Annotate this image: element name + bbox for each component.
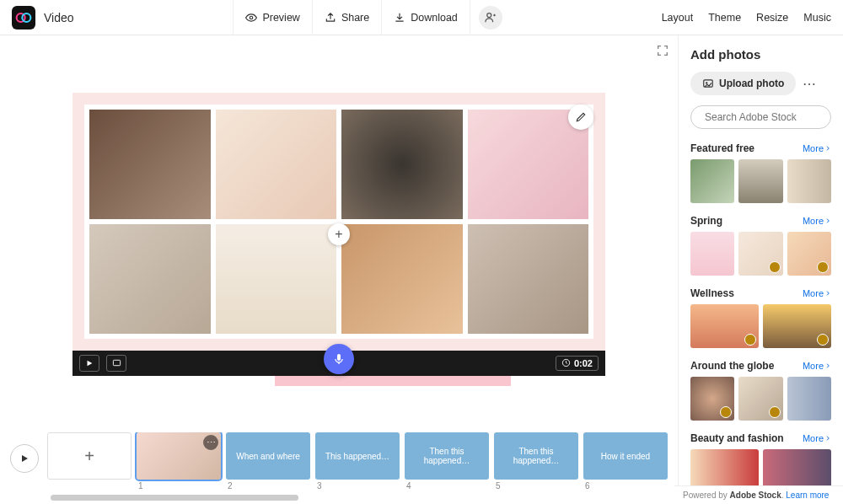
category-title: Around the globe — [690, 360, 774, 372]
add-slide-button[interactable]: + — [47, 432, 132, 480]
slide-preview[interactable]: + 0:02 — [72, 93, 605, 376]
grid-photo[interactable] — [89, 224, 211, 334]
timeline-scrollbar[interactable] — [51, 495, 501, 501]
slide-number: 1 — [137, 481, 221, 491]
page-title: Video — [44, 11, 74, 24]
category-more-link[interactable]: More — [803, 433, 831, 443]
stock-thumbnail[interactable] — [787, 377, 831, 421]
nav-layout[interactable]: Layout — [662, 12, 694, 24]
microphone-icon — [332, 352, 346, 366]
download-button[interactable]: Download — [382, 0, 470, 35]
caption-button[interactable] — [106, 355, 126, 372]
timeline-slide[interactable]: Then this happened… — [494, 432, 578, 480]
svg-rect-5 — [337, 354, 341, 361]
pencil-icon — [575, 111, 587, 123]
grid-photo[interactable] — [341, 110, 463, 219]
slide-number: 6 — [583, 481, 668, 491]
category-title: Beauty and fashion — [690, 432, 784, 444]
category-more-link[interactable]: More — [803, 216, 831, 226]
app-logo — [12, 6, 35, 29]
category-title: Featured free — [690, 142, 754, 154]
timeline-slide[interactable]: ⋯ — [137, 432, 221, 480]
category-title: Spring — [690, 215, 722, 227]
timeline-slide[interactable]: This happened… — [315, 432, 400, 480]
stock-thumbnail[interactable] — [738, 159, 782, 203]
header-right-nav: Layout Theme Resize Music — [662, 12, 831, 24]
stock-thumbnail[interactable] — [787, 232, 831, 276]
slide-number: 5 — [494, 481, 578, 491]
stock-thumbnail[interactable] — [690, 377, 734, 421]
nav-music[interactable]: Music — [803, 12, 831, 24]
chevron-right-icon — [824, 145, 831, 152]
sidebar: Add photos Upload photo ⋯ Featured freeM… — [678, 35, 843, 504]
share-icon — [325, 12, 336, 24]
grid-photo[interactable] — [341, 224, 463, 334]
svg-point-2 — [250, 16, 254, 19]
search-stock-input[interactable] — [690, 105, 831, 129]
preview-button[interactable]: Preview — [233, 0, 312, 35]
share-button[interactable]: Share — [313, 0, 382, 35]
svg-rect-4 — [113, 360, 120, 365]
stock-thumbnail[interactable] — [690, 304, 759, 348]
canvas-area: + 0:02 — [0, 35, 678, 504]
premium-badge-icon — [744, 334, 756, 346]
learn-more-link[interactable]: Learn more — [786, 491, 829, 500]
duration-badge[interactable]: 0:02 — [556, 356, 599, 371]
play-icon — [19, 453, 30, 464]
timeline-slide[interactable]: When and where — [226, 432, 310, 480]
image-upload-icon — [702, 78, 714, 89]
person-plus-icon — [484, 11, 497, 24]
grid-photo[interactable] — [468, 110, 589, 219]
search-field[interactable] — [705, 111, 831, 123]
more-options-button[interactable]: ⋯ — [803, 76, 816, 92]
play-button[interactable] — [79, 355, 99, 372]
record-voice-button[interactable] — [324, 344, 354, 374]
premium-badge-icon — [720, 406, 732, 418]
timeline-slide[interactable]: Then this happened… — [405, 432, 489, 480]
category-more-link[interactable]: More — [803, 361, 831, 371]
timeline-slide[interactable]: How it ended — [583, 432, 668, 480]
timeline: +⋯1When and where2This happened…3Then th… — [0, 424, 678, 504]
grid-photo[interactable] — [89, 110, 211, 219]
slide-number: 4 — [405, 481, 489, 491]
stock-thumbnail[interactable] — [763, 304, 831, 348]
stock-thumbnail[interactable] — [787, 159, 831, 203]
grid-photo[interactable] — [468, 224, 589, 334]
premium-badge-icon — [769, 406, 781, 418]
stock-thumbnail[interactable] — [690, 232, 734, 276]
premium-badge-icon — [769, 261, 781, 273]
timeline-play-button[interactable] — [10, 444, 39, 473]
add-to-grid-button[interactable]: + — [328, 223, 350, 245]
stock-thumbnail[interactable] — [690, 159, 734, 203]
slide-number: 2 — [226, 481, 310, 491]
svg-point-3 — [487, 13, 491, 18]
app-header: Video Preview Share Download Layout Them… — [0, 0, 843, 35]
slide-options-button[interactable]: ⋯ — [203, 435, 218, 450]
upload-photo-button[interactable]: Upload photo — [690, 72, 796, 95]
category-more-link[interactable]: More — [803, 143, 831, 153]
premium-badge-icon — [817, 334, 829, 346]
slide-number: 3 — [315, 481, 400, 491]
svg-point-8 — [706, 82, 707, 83]
play-icon — [85, 359, 94, 367]
caption-icon — [112, 358, 121, 367]
nav-theme[interactable]: Theme — [708, 12, 741, 24]
chevron-right-icon — [824, 435, 831, 442]
stock-thumbnail[interactable] — [738, 232, 782, 276]
category-more-link[interactable]: More — [803, 288, 831, 298]
fullscreen-button[interactable] — [656, 44, 669, 60]
grid-photo[interactable] — [216, 110, 337, 219]
svg-point-1 — [22, 13, 30, 22]
grid-photo[interactable] — [216, 224, 337, 334]
playback-bar: 0:02 — [72, 351, 605, 376]
sidebar-title: Add photos — [690, 47, 831, 62]
stock-thumbnail[interactable] — [738, 377, 782, 421]
premium-badge-icon — [817, 261, 829, 273]
chevron-right-icon — [824, 217, 831, 224]
category-title: Wellness — [690, 287, 734, 299]
download-icon — [394, 12, 405, 24]
stock-footer: Powered by Adobe Stock. Learn more — [674, 485, 843, 504]
edit-slide-button[interactable] — [568, 105, 593, 130]
nav-resize[interactable]: Resize — [756, 12, 788, 24]
invite-button[interactable] — [479, 6, 502, 29]
